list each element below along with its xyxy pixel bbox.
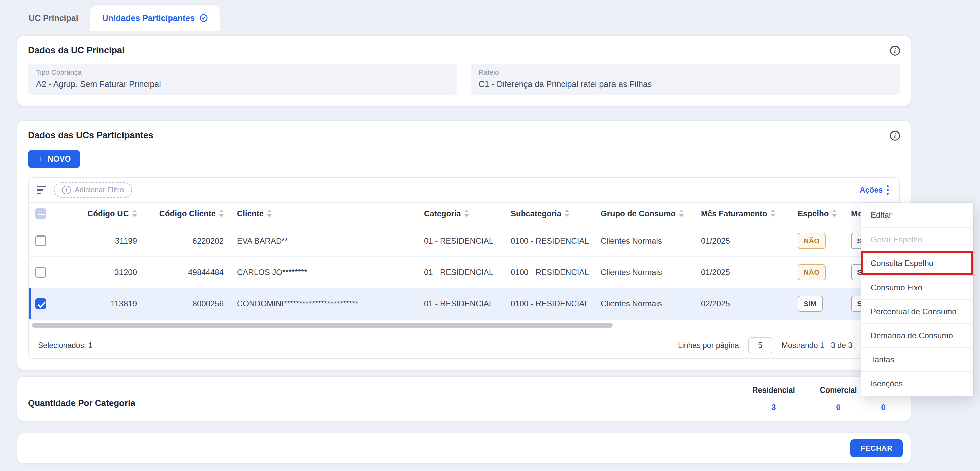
- page: UC Principal Unidades Participantes Dado…: [0, 0, 980, 471]
- info-icon[interactable]: i: [890, 46, 900, 56]
- cell-codigo-uc: 113819: [57, 288, 143, 319]
- cell-subcategoria: 0100 - RESIDENCIAL: [504, 288, 594, 319]
- menu-item-consumo-fixo[interactable]: Consumo Fixo: [861, 275, 973, 299]
- filter-bar: + Adicionar Filtro Ações: [29, 178, 899, 202]
- menu-item-gerar-espelho: Gerar Espelho: [861, 227, 973, 251]
- cell-codigo-cliente: 8000256: [143, 288, 230, 319]
- row-checkbox[interactable]: [35, 235, 46, 246]
- participants-table: Código UC Código Cliente Cliente Categor…: [29, 202, 899, 320]
- table-header-row: Código UC Código Cliente Cliente Categor…: [29, 203, 899, 225]
- selected-count: Selecionados: 1: [38, 341, 93, 350]
- participants-table-container: + Adicionar Filtro Ações Código: [28, 177, 900, 359]
- category-col-residencial: Residencial 3: [737, 386, 810, 412]
- bottom-action-bar: FECHAR: [17, 433, 911, 464]
- cell-subcategoria: 0100 - RESIDENCIAL: [504, 257, 594, 288]
- rows-per-page-input[interactable]: 5: [748, 337, 772, 353]
- actions-label: Ações: [859, 186, 883, 195]
- pagination-range: Mostrando 1 - 3 de 3: [782, 341, 853, 350]
- add-filter-label: Adicionar Filtro: [75, 186, 124, 195]
- horizontal-scrollbar: [29, 320, 899, 332]
- table-row[interactable]: 31200 49844484 CARLOS JO******** 01 - RE…: [29, 257, 899, 288]
- actions-dropdown-menu: Editar Gerar Espelho Consulta Espelho Co…: [861, 203, 973, 396]
- col-header-espelho[interactable]: Espelho: [791, 203, 845, 225]
- menu-item-demanda-de-consumo[interactable]: Demanda de Consumo: [861, 323, 973, 347]
- select-all-cell: [29, 203, 57, 225]
- col-header-grupo-consumo[interactable]: Grupo de Consumo: [594, 203, 694, 225]
- tipo-cobranca-field: Tipo Cobrança A2 - Agrup. Sem Faturar Pr…: [28, 64, 457, 95]
- sort-icon: [219, 210, 224, 217]
- check-circle-icon: [199, 14, 208, 22]
- sort-icon: [267, 210, 272, 217]
- col-header-subcategoria[interactable]: Subcategoria: [504, 203, 594, 225]
- cell-cliente: CARLOS JO********: [230, 257, 417, 288]
- tab-bar: UC Principal Unidades Participantes: [17, 5, 980, 31]
- sort-icon: [679, 210, 684, 217]
- cell-categoria: 01 - RESIDENCIAL: [417, 288, 504, 319]
- cell-codigo-uc: 31200: [57, 257, 143, 288]
- novo-button-label: NOVO: [48, 155, 71, 164]
- category-count: 3: [737, 402, 810, 412]
- novo-button[interactable]: + NOVO: [28, 150, 80, 168]
- filter-icon[interactable]: [37, 186, 46, 194]
- menu-item-isencoes[interactable]: Isenções: [861, 372, 973, 396]
- tab-unidades-participantes[interactable]: Unidades Participantes: [91, 5, 220, 31]
- cell-cliente: EVA BARAD**: [230, 225, 417, 257]
- cell-grupo-consumo: Clientes Normais: [594, 257, 694, 288]
- table-row-selected[interactable]: 113819 8000256 CONDOMINI****************…: [29, 288, 899, 319]
- menu-item-percentual-de-consumo[interactable]: Percentual de Consumo: [861, 299, 973, 323]
- select-all-checkbox[interactable]: [35, 208, 46, 219]
- rateio-field: Rateio C1 - Diferença da Principal ratei…: [471, 64, 900, 95]
- col-header-codigo-cliente[interactable]: Código Cliente: [143, 203, 230, 225]
- table-footer: Selecionados: 1 Linhas por página 5 Most…: [29, 332, 899, 358]
- participants-card-title: Dados das UCs Participantes: [28, 130, 153, 141]
- tab-uc-principal[interactable]: UC Principal: [17, 5, 91, 31]
- tab-unidades-participantes-label: Unidades Participantes: [102, 13, 195, 23]
- sort-icon: [832, 210, 837, 217]
- row-checkbox[interactable]: [35, 298, 46, 309]
- col-header-codigo-uc[interactable]: Código UC: [57, 203, 143, 225]
- plus-circle-icon: +: [62, 186, 71, 195]
- cell-categoria: 01 - RESIDENCIAL: [417, 225, 504, 257]
- principal-fields: Tipo Cobrança A2 - Agrup. Sem Faturar Pr…: [18, 56, 911, 105]
- menu-item-tarifas[interactable]: Tarifas: [861, 347, 973, 372]
- info-icon[interactable]: i: [890, 131, 900, 141]
- actions-menu-button[interactable]: Ações: [859, 185, 889, 195]
- menu-item-consulta-espelho[interactable]: Consulta Espelho: [861, 251, 973, 275]
- cell-subcategoria: 0100 - RESIDENCIAL: [504, 225, 594, 257]
- plus-icon: +: [37, 154, 43, 164]
- espelho-badge: NÃO: [798, 233, 826, 249]
- cell-mes-faturamento: 01/2025: [694, 225, 791, 257]
- table-row[interactable]: 31199 6220202 EVA BARAD** 01 - RESIDENCI…: [29, 225, 899, 257]
- cell-codigo-cliente: 49844484: [143, 257, 230, 288]
- fechar-button[interactable]: FECHAR: [851, 439, 902, 457]
- principal-card: Dados da UC Principal i Tipo Cobrança A2…: [17, 35, 911, 106]
- principal-card-title: Dados da UC Principal: [28, 45, 125, 56]
- espelho-badge: SIM: [798, 295, 823, 312]
- rateio-label: Rateio: [479, 69, 892, 77]
- cell-categoria: 01 - RESIDENCIAL: [417, 257, 504, 288]
- cell-mes-faturamento: 02/2025: [694, 288, 791, 319]
- col-header-mes-faturamento[interactable]: Mês Faturamento: [694, 203, 791, 225]
- cell-grupo-consumo: Clientes Normais: [594, 288, 694, 319]
- cell-codigo-uc: 31199: [57, 225, 143, 257]
- add-filter-button[interactable]: + Adicionar Filtro: [54, 182, 132, 198]
- sort-icon: [464, 210, 469, 217]
- col-header-categoria[interactable]: Categoria: [417, 203, 504, 225]
- cell-codigo-cliente: 6220202: [143, 225, 230, 257]
- vertical-dots-icon: [886, 185, 889, 195]
- espelho-badge: NÃO: [798, 264, 826, 280]
- tab-uc-principal-label: UC Principal: [29, 13, 78, 23]
- row-checkbox[interactable]: [35, 267, 46, 278]
- col-header-cliente[interactable]: Cliente: [230, 203, 417, 225]
- category-summary-card: Quantidade Por Categoria Residencial 3 C…: [17, 377, 911, 421]
- cell-grupo-consumo: Clientes Normais: [594, 225, 694, 257]
- tipo-cobranca-label: Tipo Cobrança: [36, 69, 449, 77]
- cell-cliente: CONDOMINI************************: [230, 288, 417, 319]
- category-summary-title: Quantidade Por Categoria: [28, 398, 135, 408]
- participants-card-header: Dados das UCs Participantes i: [18, 121, 911, 141]
- scrollbar-thumb[interactable]: [32, 323, 613, 328]
- rateio-value: C1 - Diferença da Principal ratei para a…: [479, 79, 892, 89]
- cell-mes-faturamento: 01/2025: [694, 257, 791, 288]
- menu-item-editar[interactable]: Editar: [861, 203, 973, 227]
- category-count: 0: [867, 402, 900, 412]
